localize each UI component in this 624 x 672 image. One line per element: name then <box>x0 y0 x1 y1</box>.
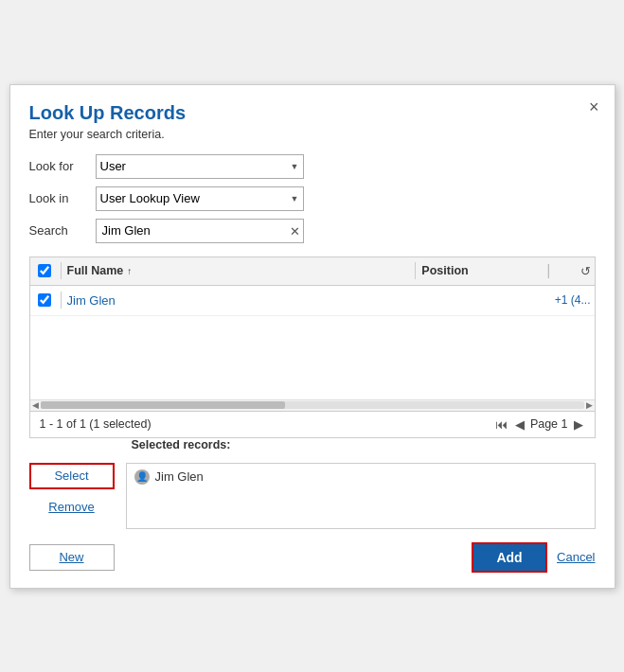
sort-arrow-icon[interactable]: ↑ <box>127 266 132 276</box>
scroll-right-arrow[interactable]: ▶ <box>586 400 593 410</box>
pagination-controls: ⏮ ◀ Page 1 ▶ <box>493 417 585 432</box>
look-in-select-wrapper: User Lookup View <box>96 186 304 211</box>
first-page-button[interactable]: ⏮ <box>493 417 509 432</box>
dialog-subtitle: Enter your search criteria. <box>29 128 596 141</box>
search-input-wrapper: ✕ <box>96 219 304 243</box>
col-position-header: Position <box>421 264 544 277</box>
search-input[interactable] <box>96 219 304 243</box>
row-phone: +1 (4... <box>534 293 591 307</box>
row-fullname[interactable]: Jim Glen <box>67 293 534 308</box>
selected-records-label: Selected records: <box>132 438 596 451</box>
new-button[interactable]: New <box>29 544 115 571</box>
search-label: Search <box>29 223 96 238</box>
next-page-button[interactable]: ▶ <box>572 417 585 432</box>
look-for-select[interactable]: User <box>96 154 304 179</box>
add-button[interactable]: Add <box>472 542 547 573</box>
list-item: 👤 Jim Glen <box>134 469 587 485</box>
prev-page-button[interactable]: ◀ <box>513 417 526 432</box>
look-in-select[interactable]: User Lookup View <box>96 186 304 211</box>
look-in-row: Look in User Lookup View <box>29 186 596 211</box>
header-pipe: | <box>546 262 550 279</box>
horizontal-scrollbar[interactable]: ◀ ▶ <box>30 399 595 411</box>
remove-button[interactable]: Remove <box>29 495 115 520</box>
selected-record-name: Jim Glen <box>155 469 204 484</box>
select-button[interactable]: Select <box>29 463 115 489</box>
footer-row: New Add Cancel <box>29 542 596 573</box>
cancel-button[interactable]: Cancel <box>557 550 595 564</box>
select-all-checkbox[interactable] <box>38 264 51 277</box>
row-checkbox[interactable] <box>38 293 51 307</box>
look-for-select-wrapper: User <box>96 154 304 179</box>
pagination-info: 1 - 1 of 1 (1 selected) <box>40 417 152 431</box>
look-in-label: Look in <box>29 191 96 205</box>
page-label: Page 1 <box>530 417 568 431</box>
footer-right: Add Cancel <box>472 542 595 573</box>
dialog-title: Look Up Records <box>29 102 596 124</box>
lookup-records-dialog: Look Up Records Enter your search criter… <box>9 84 615 589</box>
refresh-icon[interactable]: ↺ <box>580 264 591 278</box>
scroll-track[interactable] <box>41 401 584 409</box>
scroll-left-arrow[interactable]: ◀ <box>32 400 39 410</box>
user-icon: 👤 <box>134 469 150 485</box>
table-row: Jim Glen +1 (4... <box>30 286 595 316</box>
look-for-label: Look for <box>29 159 96 173</box>
col-fullname-header: Full Name ↑ <box>67 264 410 277</box>
close-button[interactable]: × <box>589 98 599 115</box>
row-checkbox-cell[interactable] <box>34 293 55 307</box>
pagination-row: 1 - 1 of 1 (1 selected) ⏮ ◀ Page 1 ▶ <box>30 411 595 437</box>
grid-header: Full Name ↑ Position | ↺ <box>30 257 595 286</box>
look-for-row: Look for User <box>29 154 596 179</box>
header-checkbox-cell[interactable] <box>34 264 55 277</box>
header-divider-1 <box>61 262 62 279</box>
row-divider <box>61 292 62 309</box>
results-grid: Full Name ↑ Position | ↺ Jim Glen +1 (4.… <box>29 256 596 438</box>
selected-records-actions: Select Remove <box>29 463 115 520</box>
selected-records-list: 👤 Jim Glen <box>126 463 596 529</box>
search-row: Search ✕ <box>29 219 596 243</box>
grid-body: Jim Glen +1 (4... <box>30 286 595 399</box>
header-divider-2 <box>415 262 416 279</box>
search-clear-button[interactable]: ✕ <box>290 224 300 237</box>
selected-records-section: Select Remove 👤 Jim Glen <box>29 463 596 529</box>
scroll-thumb <box>41 401 285 409</box>
refresh-cell[interactable]: ↺ <box>553 264 591 278</box>
